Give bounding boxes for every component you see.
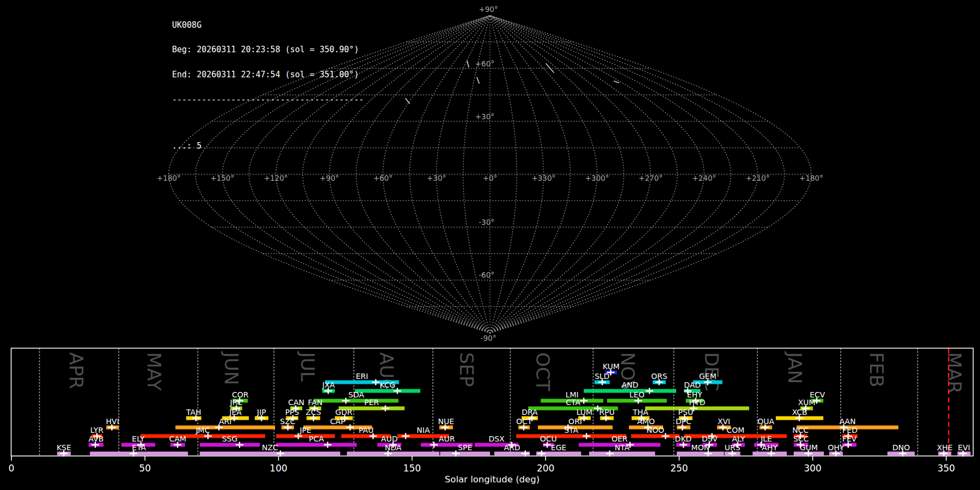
sky-lon-label-90: +270° (639, 174, 663, 182)
shower-bar-NTA (589, 452, 655, 456)
shower-label-JMC: JMC (195, 426, 210, 434)
x-axis: 050100150200250300350Solar longitude (de… (9, 456, 955, 485)
shower-label-GDR: GDR (335, 408, 353, 416)
shower-label-NUE: NUE (438, 417, 455, 426)
shower-label-TAH: TAH (186, 408, 201, 416)
shower-label-FAN: FAN (308, 398, 323, 407)
shower-bar-NZC (200, 452, 340, 456)
shower-label-ALY: ALY (732, 434, 745, 443)
shower-label-ORS: ORS (651, 372, 667, 381)
shower-label-DAD: DAD (684, 381, 701, 389)
sky-lon-label-120: +240° (692, 174, 716, 182)
shower-peak-AUR (430, 442, 438, 448)
x-tick-label-0: 0 (9, 463, 15, 474)
separator-line: --------------------------------------- (172, 96, 364, 104)
shower-label-EVI: EVI (958, 443, 970, 452)
shower-label-KUM: KUM (603, 362, 620, 371)
shower-label-QUA: QUA (757, 417, 774, 426)
x-tick-label-150: 150 (403, 463, 421, 474)
shower-label-HYD: HYD (689, 398, 706, 407)
month-label-JUN: JUN (220, 351, 242, 385)
shower-bar-NDA (347, 452, 439, 456)
sky-lon-label--30: +30° (427, 174, 446, 182)
month-label-JUL: JUL (297, 351, 318, 382)
month-label-APR: APR (65, 352, 87, 389)
shower-label-HVI: HVI (106, 417, 119, 426)
shower-label-AUR: AUR (439, 434, 455, 443)
shower-label-NZC: NZC (262, 443, 278, 452)
shower-peak-STA (583, 433, 590, 439)
shower-label-AUD: AUD (381, 434, 398, 443)
meteor-trail-2 (467, 61, 469, 67)
shower-peak-PER (382, 406, 389, 412)
shower-label-ELY: ELY (132, 434, 145, 443)
x-tick-label-350: 350 (938, 463, 955, 474)
shower-label-AND: AND (622, 381, 639, 389)
shower-labels: KUMERISLDORSGEMJXAKCGANDDADCORSDALMILEOE… (57, 362, 970, 452)
shower-label-PER: PER (364, 398, 379, 407)
station-id: UK008G (172, 21, 364, 29)
sky-lon-label--90: +90° (320, 174, 339, 182)
x-tick-label-250: 250 (670, 463, 688, 474)
sky-lon-label--150: +150° (210, 174, 234, 182)
shower-label-ERI: ERI (356, 372, 369, 381)
shower-bar-SPE (440, 452, 490, 456)
month-label-JAN: JAN (784, 351, 806, 384)
sky-lon-label-0: +0° (483, 174, 498, 182)
shower-bar-PCA (276, 443, 357, 447)
shower-label-JXA: JXA (322, 381, 335, 389)
shower-label-CAM: CAM (169, 434, 186, 443)
shower-label-LEO: LEO (629, 390, 645, 399)
sky-lon-label--180: +180° (157, 174, 181, 182)
sky-lon-label-30: +330° (531, 174, 555, 182)
shower-label-JIP: JIP (256, 408, 266, 416)
shower-label-OHY: OHY (828, 443, 845, 452)
shower-bar-KCG (355, 389, 420, 393)
x-tick-label-300: 300 (804, 463, 821, 474)
shower-label-LUM: LUM (577, 408, 592, 416)
shower-label-KSE: KSE (57, 443, 71, 452)
shower-peak-LMI (580, 398, 587, 404)
activity-timeline: APRMAYJUNJULAUGSEPOCTNOVDECJANFEBMARKUME… (9, 348, 973, 485)
shower-label-DSX: DSX (488, 434, 505, 443)
shower-label-SDA: SDA (348, 390, 364, 399)
meteor-trail-3 (477, 77, 479, 83)
shower-label-THA: THA (632, 408, 648, 416)
meteor-trails (406, 61, 619, 103)
sky-lon-label-150: +210° (746, 174, 770, 182)
x-axis-title: Solar longitude (deg) (445, 474, 540, 485)
shower-peak-NIA (402, 433, 409, 439)
shower-label-DNO: DNO (892, 443, 910, 452)
shower-bar-MON (677, 452, 724, 456)
sky-lat-label-30: +30° (475, 112, 494, 121)
shower-label-SPE: SPE (458, 443, 472, 452)
shower-label-SSG: SSG (222, 434, 238, 443)
sky-lon-label-60: +300° (585, 174, 609, 182)
sky-lon-label--60: +60° (373, 174, 393, 182)
shower-label-NCC: NCC (792, 426, 808, 434)
shower-label-XHE: XHE (937, 443, 953, 452)
shower-label-PAU: PAU (359, 426, 373, 434)
shower-label-PCA: PCA (309, 434, 324, 443)
shower-label-JLE: JLE (760, 434, 772, 443)
shower-label-COM: COM (726, 426, 744, 434)
shower-label-XUM: XUM (798, 398, 816, 407)
shower-peak-PCA (324, 442, 332, 448)
shower-label-ORI: ORI (568, 417, 582, 426)
shower-peak-AND (646, 388, 653, 394)
shower-label-DKD: DKD (675, 434, 692, 443)
month-label-MAY: MAY (143, 352, 165, 391)
shower-bar-ARI (175, 426, 275, 430)
meteor-trail-5 (406, 99, 409, 103)
shower-label-CAN: CAN (288, 398, 304, 407)
shower-bar-SDA (314, 399, 399, 403)
sky-lat-label--60: -60° (479, 271, 494, 279)
sky-pole-top-label: +90° (479, 5, 498, 14)
month-label-SEP: SEP (456, 352, 477, 387)
meteor-trail-4 (614, 81, 619, 83)
shower-label-NIA: NIA (416, 426, 430, 434)
shower-label-KCG: KCG (379, 381, 395, 389)
shower-label-OER: OER (611, 434, 628, 443)
sky-lat-label-60: +60° (475, 59, 494, 68)
shower-label-EGE: EGE (551, 443, 567, 452)
